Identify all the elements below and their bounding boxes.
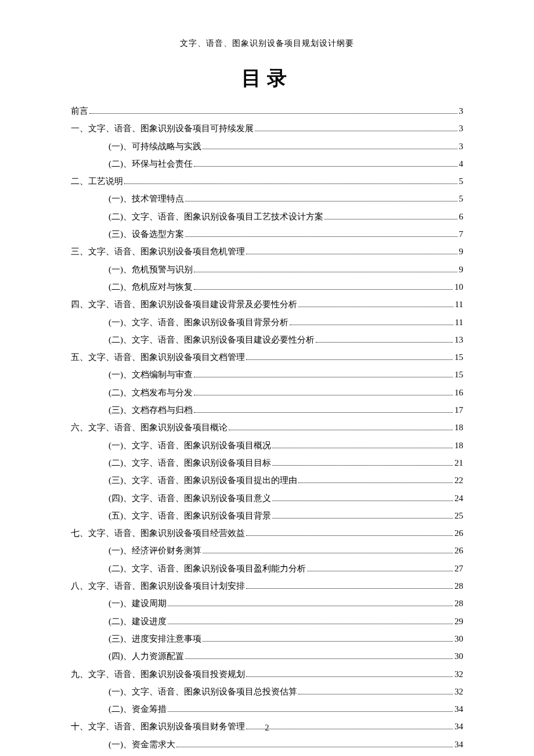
toc-title: 目录 (71, 65, 463, 92)
toc-entry-label: 九、文字、语音、图象识别设备项目投资规划 (71, 665, 245, 683)
toc-entry-label: 三、文字、语音、图象识别设备项目危机管理 (71, 243, 245, 260)
toc-leader-dots (176, 740, 453, 747)
toc-entry-label: 四、文字、语音、图象识别设备项目建设背景及必要性分析 (71, 296, 297, 313)
toc-leader-dots (185, 230, 457, 237)
toc-leader-dots (324, 213, 457, 219)
toc-entry: 七、文字、语音、图象识别设备项目经营效益26 (71, 524, 463, 542)
toc-entry-page: 15 (454, 366, 463, 383)
toc-entry: (三)、进度安排注意事项30 (71, 630, 463, 647)
toc-entry-label: (一)、建设周期 (109, 595, 167, 612)
toc-entry-page: 26 (454, 524, 463, 542)
toc-entry: 五、文字、语音、图象识别设备项目文档管理15 (71, 348, 463, 366)
toc-entry-label: 一、文字、语音、图象识别设备项目可持续发展 (71, 120, 254, 137)
toc-entry: (一)、文字、语音、图象识别设备项目概况18 (71, 437, 463, 454)
toc-entry-label: (三)、文字、语音、图象识别设备项目提出的理由 (109, 471, 297, 489)
toc-entry-page: 16 (454, 384, 463, 401)
toc-entry-label: (一)、文字、语音、图象识别设备项目总投资估算 (109, 683, 297, 700)
toc-leader-dots (246, 670, 453, 677)
toc-entry-label: (二)、文档发布与分发 (109, 384, 193, 401)
toc-entry: 六、文字、语音、图象识别设备项目概论18 (71, 419, 463, 436)
toc-leader-dots (246, 353, 453, 360)
toc-entry: (三)、设备选型方案7 (71, 225, 463, 243)
toc-entry: 九、文字、语音、图象识别设备项目投资规划32 (71, 665, 463, 683)
toc-entry-page: 9 (459, 261, 464, 278)
toc-leader-dots (203, 142, 457, 149)
toc-leader-dots (246, 582, 453, 589)
toc-entry-label: (一)、可持续战略与实践 (109, 138, 201, 155)
toc-entry-page: 17 (454, 401, 463, 419)
toc-entry-page: 28 (454, 595, 463, 612)
toc-entry: (三)、文字、语音、图象识别设备项目提出的理由22 (71, 471, 463, 489)
toc-entry-page: 34 (454, 736, 463, 753)
toc-entry: 四、文字、语音、图象识别设备项目建设背景及必要性分析11 (71, 296, 463, 313)
toc-entry-page: 27 (454, 560, 463, 577)
toc-entry-page: 22 (454, 471, 463, 489)
toc-entry-page: 18 (454, 437, 463, 454)
toc-leader-dots (89, 107, 457, 114)
toc-leader-dots (185, 652, 453, 659)
toc-entry: (二)、文字、语音、图象识别设备项目工艺技术设计方案6 (71, 208, 463, 225)
toc-entry-page: 3 (459, 102, 464, 120)
toc-leader-dots (203, 635, 453, 642)
toc-entry-page: 5 (459, 172, 464, 190)
toc-entry-page: 10 (454, 278, 463, 296)
toc-leader-dots (185, 195, 457, 201)
toc-entry: (二)、文档发布与分发16 (71, 384, 463, 401)
toc-entry-page: 11 (455, 296, 463, 313)
toc-entry: (二)、资金筹措34 (71, 700, 463, 718)
toc-leader-dots (298, 687, 453, 694)
toc-entry-page: 11 (455, 314, 463, 331)
toc-entry-page: 24 (454, 489, 463, 507)
toc-entry-label: (一)、文档编制与审查 (109, 366, 193, 383)
toc-leader-dots (272, 459, 453, 466)
toc-entry: 一、文字、语音、图象识别设备项目可持续发展3 (71, 120, 463, 137)
toc-entry-page: 30 (454, 647, 463, 665)
table-of-contents: 前言3一、文字、语音、图象识别设备项目可持续发展3(一)、可持续战略与实践3(二… (71, 102, 463, 756)
toc-entry: (一)、文档编制与审查15 (71, 366, 463, 383)
toc-entry-label: (一)、文字、语音、图象识别设备项目概况 (109, 437, 271, 454)
toc-entry-page: 36 (454, 753, 463, 756)
toc-entry-label: (三)、设备选型方案 (109, 225, 184, 243)
toc-leader-dots (316, 336, 453, 343)
toc-leader-dots (194, 388, 453, 395)
toc-entry: 前言3 (71, 102, 463, 120)
toc-entry-page: 15 (454, 348, 463, 366)
toc-entry: (四)、人力资源配置30 (71, 647, 463, 665)
toc-entry-label: (二)、文字、语音、图象识别设备项目盈利能力分析 (109, 560, 306, 577)
toc-entry-label: 二、工艺说明 (71, 172, 123, 190)
toc-entry-label: 八、文字、语音、图象识别设备项目计划安排 (71, 577, 245, 595)
toc-entry-label: (三)、进度安排注意事项 (109, 630, 201, 647)
toc-entry-page: 13 (454, 331, 463, 348)
toc-entry: 三、文字、语音、图象识别设备项目危机管理9 (71, 243, 463, 260)
toc-entry: (一)、文字、语音、图象识别设备项目背景分析11 (71, 314, 463, 331)
toc-leader-dots (229, 423, 453, 430)
toc-entry: (三)、文档存档与归档17 (71, 401, 463, 419)
toc-leader-dots (168, 599, 453, 606)
toc-entry: (二)、建设进度29 (71, 613, 463, 630)
toc-entry-page: 34 (454, 700, 463, 718)
toc-entry: (二)、文字、语音、图象识别设备项目建设必要性分析13 (71, 331, 463, 348)
toc-leader-dots (290, 318, 453, 325)
toc-entry-label: 七、文字、语音、图象识别设备项目经营效益 (71, 524, 245, 542)
toc-entry: (一)、建设周期28 (71, 595, 463, 612)
toc-entry-page: 21 (454, 454, 463, 471)
toc-entry-label: (二)、文字、语音、图象识别设备项目建设必要性分析 (109, 331, 315, 348)
toc-entry-label: (四)、人力资源配置 (109, 647, 184, 665)
toc-entry-label: (二)、文字、语音、图象识别设备项目目标 (109, 454, 271, 471)
toc-leader-dots (194, 283, 453, 290)
toc-entry-label: (二)、研发周期长 (109, 753, 175, 756)
toc-leader-dots (298, 300, 453, 307)
toc-entry-label: (二)、建设进度 (109, 613, 167, 630)
toc-entry-page: 7 (459, 225, 464, 243)
toc-entry-page: 4 (459, 155, 464, 172)
toc-entry-page: 30 (454, 630, 463, 647)
toc-entry-page: 32 (454, 665, 463, 683)
toc-leader-dots (272, 494, 453, 501)
toc-entry: (一)、技术管理特点5 (71, 190, 463, 207)
toc-leader-dots (194, 370, 453, 377)
toc-entry-page: 9 (459, 243, 464, 260)
toc-entry-label: (一)、技术管理特点 (109, 190, 184, 207)
toc-leader-dots (203, 546, 453, 553)
toc-entry-label: (二)、资金筹措 (109, 700, 167, 718)
toc-entry-label: (二)、环保与社会责任 (109, 155, 193, 172)
